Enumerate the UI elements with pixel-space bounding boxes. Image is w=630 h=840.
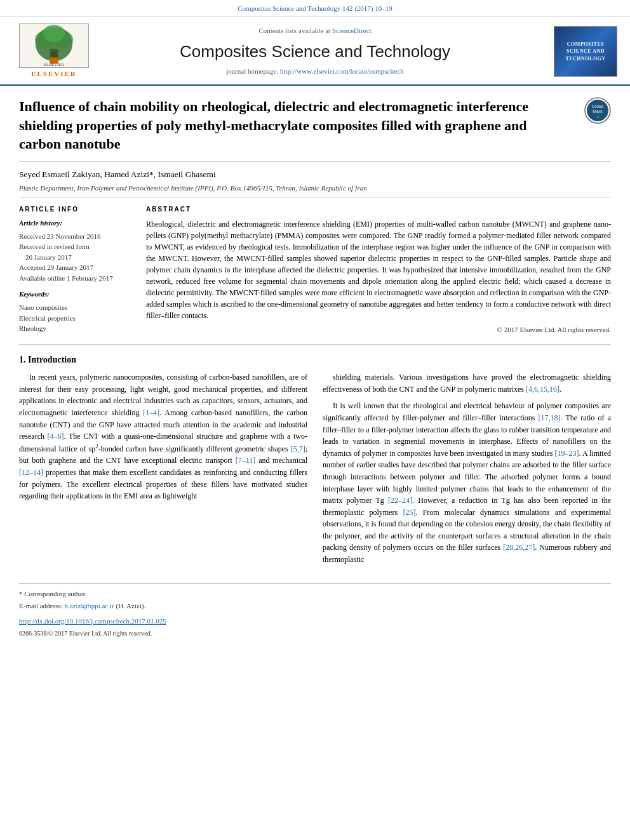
journal-homepage: journal homepage: http://www.elsevier.co… xyxy=(108,67,522,77)
svg-point-6 xyxy=(51,52,57,58)
intro-col-right: shielding materials. Various investigati… xyxy=(323,371,611,571)
introduction-body: In recent years, polymeric nanocomposite… xyxy=(19,371,611,571)
abstract-header: ABSTRACT xyxy=(146,205,611,215)
bottom-links: http://dx.doi.org/10.1016/j.compscitech.… xyxy=(19,617,611,640)
authors-line: Seyed Esmaeil Zakiyan, Hamed Azizi*, Ism… xyxy=(19,168,611,181)
revised-date: 26 January 2017 xyxy=(19,252,133,263)
footnote-area: * Corresponding author. E-mail address: … xyxy=(19,583,611,640)
elsevier-label: ELSEVIER xyxy=(31,69,77,79)
ref-22-24[interactable]: [22–24] xyxy=(388,496,412,505)
sciencedirect-link: Contents lists available at ScienceDirec… xyxy=(108,26,522,36)
accepted-date: Accepted 29 January 2017 xyxy=(19,262,133,273)
ref-4-6[interactable]: [4–6] xyxy=(48,432,64,441)
section-divider xyxy=(19,344,611,345)
elsevier-logo: ELSEVIER ELSEVIER xyxy=(13,23,95,79)
issn-text: 0266-3538/© 2017 Elsevier Ltd. All right… xyxy=(19,630,152,637)
article-info-header: ARTICLE INFO xyxy=(19,205,133,215)
abstract-column: ABSTRACT Rheological, dielectric and ele… xyxy=(146,205,611,335)
section-title: 1. Introduction xyxy=(19,354,611,366)
intro-col-left: In recent years, polymeric nanocomposite… xyxy=(19,371,307,571)
ref-4-6-15-16[interactable]: [4,6,15,16] xyxy=(526,385,560,394)
info-abstract-section: ARTICLE INFO Article history: Received 2… xyxy=(19,197,611,335)
history-label: Article history: xyxy=(19,218,133,229)
available-date: Available online 1 February 2017 xyxy=(19,273,133,284)
journal-cover-image: COMPOSITES SCIENCE AND TECHNOLOGY xyxy=(554,26,617,77)
article-title-section: Influence of chain mobility on rheologic… xyxy=(19,86,611,162)
svg-point-5 xyxy=(43,25,65,42)
ref-17-18[interactable]: [17,18] xyxy=(539,413,561,422)
affiliation-line: Plastic Department, Iran Polymer and Pet… xyxy=(19,183,611,194)
abstract-copyright: © 2017 Elsevier Ltd. All rights reserved… xyxy=(146,325,611,335)
journal-title: Composites Science and Technology xyxy=(108,40,522,64)
journal-citation: Composites Science and Technology 142 (2… xyxy=(0,0,630,17)
ref-20-26-27[interactable]: [20,26,27] xyxy=(503,543,535,552)
article-title: Influence of chain mobility on rheologic… xyxy=(19,97,584,154)
ref-12-14[interactable]: [12–14] xyxy=(19,468,43,477)
intro-para-1: In recent years, polymeric nanocomposite… xyxy=(19,371,307,502)
received-date: Received 23 November 2016 xyxy=(19,231,133,242)
keywords-section: Keywords: Nano composites Electrical pro… xyxy=(19,290,133,333)
intro-para-2: shielding materials. Various investigati… xyxy=(323,371,611,395)
svg-text:Cross: Cross xyxy=(592,104,604,109)
svg-text:Mark: Mark xyxy=(593,109,603,114)
ref-7-11[interactable]: [7–11] xyxy=(236,456,256,465)
svg-text:ELSEVIER: ELSEVIER xyxy=(44,62,65,67)
journal-url[interactable]: http://www.elsevier.com/locate/compscite… xyxy=(280,67,404,75)
crossmark-badge: Cross Mark ✓ xyxy=(584,97,611,124)
intro-para-3: It is well known that the rheological an… xyxy=(323,400,611,565)
email-link[interactable]: h.azizi@ippi.ac.ir xyxy=(64,602,114,610)
keywords-label: Keywords: xyxy=(19,290,133,300)
keyword-3: Rheology xyxy=(19,323,133,334)
article-info-column: ARTICLE INFO Article history: Received 2… xyxy=(19,205,133,335)
journal-header-center: Contents lists available at ScienceDirec… xyxy=(95,26,535,77)
ref-1-4[interactable]: [1–4] xyxy=(143,408,159,417)
email-footnote: E-mail address: h.azizi@ippi.ac.ir (H. A… xyxy=(19,601,611,611)
doi-link[interactable]: http://dx.doi.org/10.1016/j.compscitech.… xyxy=(19,617,611,627)
article-main: Influence of chain mobility on rheologic… xyxy=(0,86,630,639)
elsevier-logo-image: ELSEVIER xyxy=(19,23,89,68)
svg-text:✓: ✓ xyxy=(596,115,600,119)
ref-25[interactable]: [25] xyxy=(403,508,415,517)
ref-5-7[interactable]: [5,7] xyxy=(291,444,305,453)
sciencedirect-link-anchor[interactable]: ScienceDirect xyxy=(332,27,372,34)
authors-section: Seyed Esmaeil Zakiyan, Hamed Azizi*, Ism… xyxy=(19,162,611,197)
revised-label: Received in revised form xyxy=(19,241,133,252)
corresponding-author: * Corresponding author. xyxy=(19,589,611,599)
keyword-1: Nano composites xyxy=(19,302,133,313)
abstract-text: Rheological, dielectric and electromagne… xyxy=(146,218,611,321)
journal-header: ELSEVIER ELSEVIER Contents lists availab… xyxy=(0,17,630,86)
keyword-2: Electrical properties xyxy=(19,313,133,324)
introduction-section: 1. Introduction In recent years, polymer… xyxy=(19,354,611,577)
journal-cover-area: COMPOSITES SCIENCE AND TECHNOLOGY xyxy=(535,26,617,77)
ref-19-23[interactable]: [19–23] xyxy=(555,449,579,458)
elsevier-logo-area: ELSEVIER ELSEVIER xyxy=(13,23,95,79)
